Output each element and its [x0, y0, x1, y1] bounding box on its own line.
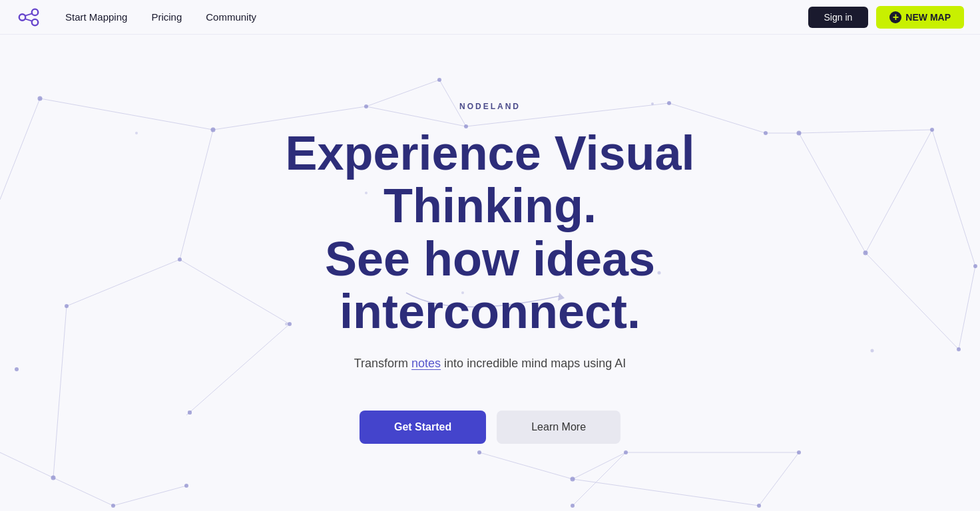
hero-section: NODELAND Experience Visual Thinking. See… — [0, 0, 980, 511]
new-map-button[interactable]: + NEW MAP — [876, 6, 964, 29]
plus-icon: + — [889, 11, 901, 23]
svg-point-64 — [19, 14, 26, 21]
svg-point-66 — [32, 19, 39, 25]
hero-title: Experience Visual Thinking. See how idea… — [190, 127, 790, 338]
sign-in-button[interactable]: Sign in — [808, 7, 869, 28]
brand-label: NODELAND — [459, 102, 521, 111]
get-started-button[interactable]: Get Started — [360, 411, 486, 444]
svg-point-65 — [32, 9, 39, 15]
hero-title-line2: See how ideas interconnect. — [325, 232, 655, 338]
nav-links: Start Mapping Pricing Community — [55, 7, 808, 27]
nav-start-mapping[interactable]: Start Mapping — [55, 7, 138, 27]
hero-buttons: Get Started Learn More — [360, 411, 620, 444]
hero-title-line1: Experience Visual Thinking. — [285, 126, 694, 232]
svg-line-67 — [25, 13, 32, 15]
svg-line-68 — [25, 19, 32, 21]
nav-community[interactable]: Community — [195, 7, 267, 27]
navigation: Start Mapping Pricing Community Sign in … — [0, 0, 980, 35]
hero-subtitle: Transform notes into incredible mind map… — [354, 357, 626, 371]
nav-pricing[interactable]: Pricing — [140, 7, 192, 27]
subtitle-after: into incredible mind maps using AI — [441, 357, 626, 370]
logo[interactable] — [16, 5, 41, 30]
subtitle-highlight: notes — [411, 357, 441, 370]
new-map-label: NEW MAP — [905, 12, 951, 23]
learn-more-button[interactable]: Learn More — [497, 411, 620, 444]
nav-actions: Sign in + NEW MAP — [808, 6, 964, 29]
subtitle-before: Transform — [354, 357, 411, 370]
